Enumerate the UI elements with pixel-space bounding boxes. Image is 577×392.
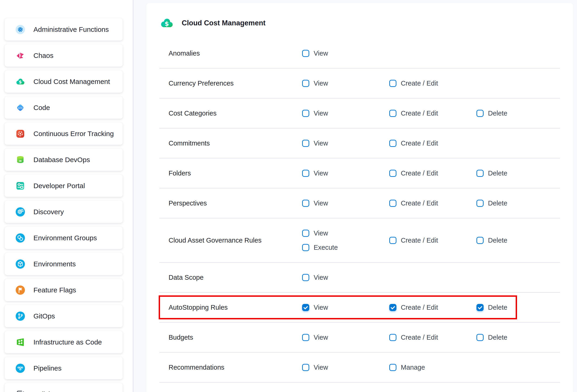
sidebar-item-label: Chaos <box>34 52 53 60</box>
permission-row-data-scope: Data ScopeView <box>159 263 560 293</box>
permission-label: Execute <box>314 244 338 251</box>
checkbox-delete[interactable] <box>476 334 484 341</box>
checkbox-create-edit[interactable] <box>389 110 397 117</box>
sidebar-item-label: Administrative Functions <box>34 26 109 34</box>
permission-label: View <box>314 199 328 207</box>
sidebar-item-continuous-error-tracking[interactable]: Continuous Error Tracking <box>5 122 123 145</box>
checkbox-view[interactable] <box>302 140 309 147</box>
sidebar-item-administrative-functions[interactable]: Administrative Functions <box>5 18 123 40</box>
checkbox-create-edit[interactable] <box>389 334 397 341</box>
permission-item: View <box>302 196 389 210</box>
permission-item: Delete <box>476 106 564 120</box>
checkbox-create-edit[interactable] <box>389 80 397 87</box>
sidebar-item-developer-portal[interactable]: Developer Portal <box>5 175 123 197</box>
sidebar-item-label: Policies <box>34 390 57 392</box>
permission-label: Delete <box>488 170 507 177</box>
checkbox-execute[interactable] <box>302 244 309 251</box>
sidebar-item-code[interactable]: </>Code <box>5 96 123 119</box>
checkbox-create-edit[interactable] <box>389 200 397 207</box>
sliders-icon <box>16 181 25 190</box>
checkbox-create-edit[interactable] <box>389 140 397 147</box>
permission-column-1: Create / Edit <box>389 76 476 90</box>
permission-column-1: Create / Edit <box>389 300 476 315</box>
checkbox-view[interactable] <box>302 274 309 281</box>
permission-column-0: View <box>302 106 389 120</box>
sidebar-item-label: Database DevOps <box>34 156 90 164</box>
checkbox-check-icon <box>16 390 25 392</box>
circuit-flag-icon <box>16 338 25 347</box>
checkbox-manage[interactable] <box>389 364 397 371</box>
checkbox-view[interactable] <box>302 80 309 87</box>
permission-row-cost-categories: Cost CategoriesViewCreate / EditDelete <box>159 99 560 128</box>
resource-label: Budgets <box>159 330 302 345</box>
permission-column-2: Delete <box>476 226 564 254</box>
permission-item: Delete <box>476 166 564 180</box>
sidebar-item-environment-groups[interactable]: Environment Groups <box>5 227 123 249</box>
checkbox-view-checked[interactable] <box>302 304 309 311</box>
chain-links-icon <box>16 364 25 373</box>
target-icon <box>16 129 25 138</box>
sidebar-item-infrastructure-as-code[interactable]: Infrastructure as Code <box>5 331 123 353</box>
resource-label: Data Scope <box>159 270 302 285</box>
permission-column-2: Delete <box>476 196 564 210</box>
checkbox-view[interactable] <box>302 230 309 237</box>
permission-item: View <box>302 270 389 285</box>
svg-text:</>: </> <box>18 106 23 109</box>
permission-item: Create / Edit <box>389 196 476 210</box>
cloud-dollar-icon: $ <box>16 77 25 86</box>
permission-label: Create / Edit <box>401 140 438 147</box>
checkbox-delete[interactable] <box>476 200 484 207</box>
checkbox-create-edit[interactable] <box>389 237 397 244</box>
permission-label: Delete <box>488 109 507 117</box>
sidebar-item-database-devops[interactable]: ∞Database DevOps <box>5 148 123 171</box>
checkbox-delete[interactable] <box>476 110 484 117</box>
checkbox-create-edit-checked[interactable] <box>389 304 397 311</box>
hexagon-search-icon <box>16 207 25 216</box>
permission-row-anomalies: AnomaliesView <box>159 38 560 69</box>
sidebar-item-policies[interactable]: Policies <box>5 383 123 392</box>
permission-row-folders: FoldersViewCreate / EditDelete <box>159 158 560 188</box>
permission-column-1: Create / Edit <box>389 226 476 254</box>
permission-rows: AnomaliesViewCurrency PreferencesViewCre… <box>159 38 560 383</box>
permission-item: View <box>302 330 389 345</box>
permission-label: Create / Edit <box>401 304 438 311</box>
sidebar-item-label: GitOps <box>34 312 55 320</box>
permission-label: View <box>314 364 328 371</box>
sidebar-item-environments[interactable]: Environments <box>5 253 123 275</box>
checkbox-view[interactable] <box>302 110 309 117</box>
checkbox-delete[interactable] <box>476 170 484 177</box>
sidebar-item-gitops[interactable]: GitOps <box>5 305 123 327</box>
page-title: Cloud Cost Management <box>182 19 265 27</box>
permission-label: Create / Edit <box>401 334 438 341</box>
sidebar-item-label: Infrastructure as Code <box>34 338 102 346</box>
sidebar-item-discovery[interactable]: Discovery <box>5 201 123 223</box>
permission-column-2 <box>476 46 564 60</box>
checkbox-view[interactable] <box>302 50 309 57</box>
permission-item: View <box>302 300 389 315</box>
sidebar-item-feature-flags[interactable]: Feature Flags <box>5 279 123 301</box>
checkbox-create-edit[interactable] <box>389 170 397 177</box>
checkbox-view[interactable] <box>302 334 309 341</box>
gear-icon <box>16 25 25 34</box>
checkbox-view[interactable] <box>302 200 309 207</box>
checkbox-delete-checked[interactable] <box>476 304 484 311</box>
permission-label: View <box>314 50 328 57</box>
permission-item: View <box>302 360 389 374</box>
code-diamond-icon: </> <box>16 103 25 112</box>
chaos-pinwheel-icon <box>16 51 25 60</box>
module-sidebar: Administrative FunctionsChaos$Cloud Cost… <box>0 0 133 392</box>
permission-item: View <box>302 76 389 90</box>
sidebar-item-label: Developer Portal <box>34 182 85 190</box>
permission-item: Delete <box>476 233 564 248</box>
permission-column-2: Delete <box>476 330 564 345</box>
checkbox-view[interactable] <box>302 364 309 371</box>
checkbox-delete[interactable] <box>476 237 484 244</box>
sidebar-item-pipelines[interactable]: Pipelines <box>5 357 123 379</box>
sidebar-item-cloud-cost-management[interactable]: $Cloud Cost Management <box>5 70 123 93</box>
permission-item: Create / Edit <box>389 136 476 150</box>
resource-label: Perspectives <box>159 196 302 210</box>
checkbox-view[interactable] <box>302 170 309 177</box>
permission-column-2: Delete <box>476 106 564 120</box>
sidebar-item-chaos[interactable]: Chaos <box>5 44 123 67</box>
resource-label: Currency Preferences <box>159 76 302 90</box>
